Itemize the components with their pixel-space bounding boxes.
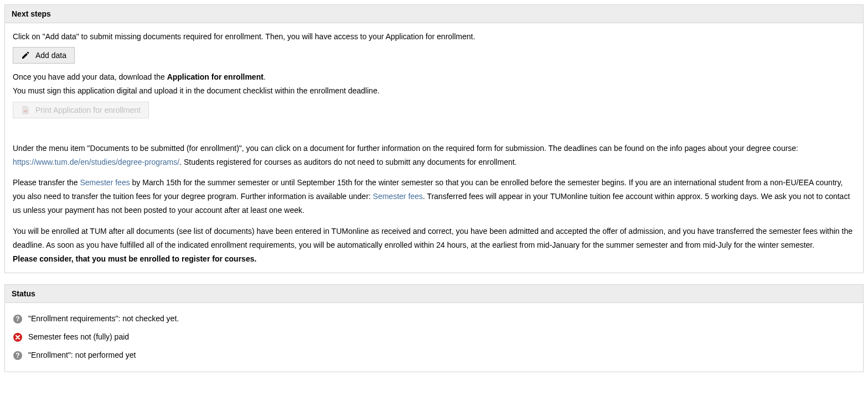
enrollment-info-text: You will be enrolled at TUM after all do… [13, 224, 855, 252]
documents-info-text: Under the menu item "Documents to be sub… [13, 142, 855, 169]
print-application-label: Print Application for enrollment [35, 106, 141, 114]
status-row: ? "Enrollment": not performed yet [13, 346, 855, 364]
svg-text:?: ? [16, 352, 19, 359]
after-add-text: Once you have add your data, download th… [13, 70, 855, 84]
semester-fees-link-1[interactable]: Semester fees [80, 178, 130, 187]
consider-bold-text: Please consider, that you must be enroll… [13, 252, 855, 266]
status-text: Semester fees not (fully) paid [28, 330, 129, 344]
pencil-icon [21, 51, 30, 60]
question-icon: ? [13, 351, 23, 361]
status-text: "Enrollment": not performed yet [28, 348, 136, 362]
add-data-button[interactable]: Add data [13, 47, 75, 64]
status-panel: Status ? "Enrollment requirements": not … [4, 284, 864, 372]
semester-fees-text: Please transfer the Semester fees by Mar… [13, 176, 855, 218]
degree-programs-link[interactable]: https://www.tum.de/en/studies/degree-pro… [13, 158, 179, 166]
intro-text: Click on "Add data" to submit missing do… [13, 30, 855, 44]
next-steps-panel: Next steps Click on "Add data" to submit… [4, 4, 864, 273]
add-data-label: Add data [35, 51, 66, 60]
status-text: "Enrollment requirements": not checked y… [28, 312, 179, 326]
status-header: Status [5, 285, 863, 303]
status-row: ? "Enrollment requirements": not checked… [13, 310, 855, 328]
error-icon [13, 332, 23, 342]
status-row: Semester fees not (fully) paid [13, 328, 855, 346]
next-steps-body: Click on "Add data" to submit missing do… [5, 23, 863, 273]
status-body: ? "Enrollment requirements": not checked… [5, 303, 863, 372]
semester-fees-link-2[interactable]: Semester fees [373, 192, 423, 201]
pdf-icon [21, 106, 30, 114]
next-steps-header: Next steps [5, 5, 863, 23]
print-application-button: Print Application for enrollment [13, 102, 149, 118]
sign-upload-text: You must sign this application digital a… [13, 84, 855, 98]
svg-text:?: ? [16, 315, 19, 323]
question-icon: ? [13, 314, 23, 324]
